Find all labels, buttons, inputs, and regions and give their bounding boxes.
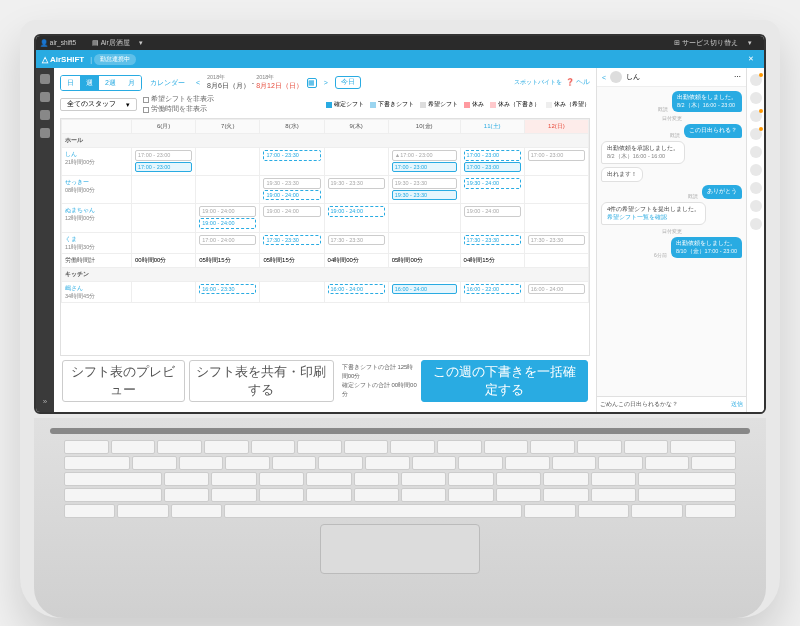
- share-button[interactable]: シフト表を共有・印刷する: [189, 360, 334, 402]
- contact-avatar[interactable]: [750, 200, 762, 212]
- msg-in: 出勤依頼を承認しました。8/2（木）16:00 - 16:00: [601, 141, 685, 164]
- contact-avatar[interactable]: [750, 128, 762, 140]
- nav-icon-3[interactable]: [40, 110, 50, 120]
- calendar-icon[interactable]: ▦: [307, 78, 317, 88]
- hide-request-check[interactable]: 希望シフトを非表示: [143, 95, 214, 104]
- left-nav: »: [36, 68, 54, 412]
- main-panel: 日 週 2週 月 カレンダー < 2018年8月6日（月） - 2018年8月1…: [54, 68, 596, 412]
- help-link[interactable]: ❓ ヘル: [566, 78, 590, 87]
- contact-avatar[interactable]: [750, 74, 762, 86]
- user-menu[interactable]: 👤 air_shift5: [40, 39, 84, 47]
- chat-panel: < しん ⋯ 既読出勤依頼をしました。8/2（木）16:00 - 23:00 日…: [596, 68, 746, 412]
- contact-avatar[interactable]: [750, 110, 762, 122]
- contact-avatar[interactable]: [750, 146, 762, 158]
- header-row: 6(月)7(火)8(水) 9(木)10(金) 11(土)12(日): [62, 120, 589, 134]
- worktime-row: 労働時間計 00時間00分05時間15分05時間15分04時間00分05時間00…: [62, 253, 589, 267]
- next-week[interactable]: >: [321, 79, 331, 86]
- staff-row-shin: しん21時間00分 17:00 - 23:0017:00 - 23:00 17:…: [62, 148, 589, 176]
- chat-back[interactable]: <: [602, 74, 606, 81]
- group-hall: ホール: [62, 134, 589, 148]
- chat-header: < しん ⋯: [597, 68, 746, 87]
- view-segmented: 日 週 2週 月: [60, 75, 142, 91]
- staff-select[interactable]: 全てのスタッフ▾: [60, 98, 137, 111]
- chat-more-icon[interactable]: ⋯: [734, 73, 741, 81]
- msg-out: この日出られる？: [684, 124, 742, 138]
- msg-in: 4件の希望シフトを提出しました。希望シフト一覧を確認: [601, 202, 706, 225]
- view-2week[interactable]: 2週: [99, 76, 122, 90]
- shift-grid: 6(月)7(火)8(水) 9(木)10(金) 11(土)12(日) ホール しん…: [60, 118, 590, 356]
- nav-icon-2[interactable]: [40, 92, 50, 102]
- today-button[interactable]: 今日: [335, 76, 361, 89]
- expand-nav-icon[interactable]: »: [43, 397, 47, 406]
- calendar-link[interactable]: カレンダー: [146, 76, 189, 90]
- footer-bar: シフト表のプレビュー シフト表を共有・印刷する 下書きシフトの合計 125時間0…: [60, 356, 590, 406]
- contact-avatar[interactable]: [750, 182, 762, 194]
- contact-avatar[interactable]: [750, 218, 762, 230]
- preview-button[interactable]: シフト表のプレビュー: [62, 360, 185, 402]
- nav-icon-4[interactable]: [40, 128, 50, 138]
- contact-avatar[interactable]: [750, 92, 762, 104]
- chat-messages[interactable]: 既読出勤依頼をしました。8/2（木）16:00 - 23:00 日付変更 既読こ…: [597, 87, 746, 396]
- app-logo: △ AirSHIFT: [42, 55, 84, 64]
- date-range[interactable]: 2018年8月6日（月） - 2018年8月12日（日）: [207, 74, 303, 91]
- staff-row-shima: 嶋さん34時間45分 16:00 - 23:30 16:00 - 24:00 1…: [62, 281, 589, 302]
- right-nav: [746, 68, 764, 412]
- msg-out: ありがとう: [702, 185, 742, 199]
- group-kitchen: キッチン: [62, 267, 589, 281]
- laptop-keyboard: [34, 418, 766, 618]
- legend: 確定シフト 下書きシフト 希望シフト 休み 休み（下書き） 休み（希望）: [326, 100, 590, 109]
- confirm-all-button[interactable]: この週の下書きを一括確定する: [421, 360, 588, 402]
- send-button[interactable]: 送信: [731, 400, 743, 409]
- store-menu[interactable]: ▤ Air居酒屋 ▾: [92, 39, 143, 48]
- staff-row-numa: ぬまちゃん12時間00分 19:00 - 24:0019:00 - 24:00 …: [62, 204, 589, 232]
- view-month[interactable]: 月: [122, 76, 141, 90]
- chat-input-bar: ごめんこの日出られるかな？ 送信: [597, 396, 746, 412]
- spot-link[interactable]: スポットバイトを: [514, 78, 562, 87]
- msg-out: 出勤依頼をしました。8/2（木）16:00 - 23:00: [672, 91, 742, 112]
- laptop-frame: 👤 air_shift5 ▤ Air居酒屋 ▾ ⊞ サービス切り替え ▾ △ A…: [20, 20, 780, 618]
- app-topbar: △ AirSHIFT | 勤怠連携中 ✕: [36, 50, 764, 68]
- hide-hours-check[interactable]: 労働時間を非表示: [143, 105, 214, 114]
- view-week[interactable]: 週: [80, 76, 99, 90]
- staff-row-kuma: くま11時間30分 17:00 - 24:00 17:30 - 23:30 17…: [62, 232, 589, 253]
- browser-titlebar: 👤 air_shift5 ▤ Air居酒屋 ▾ ⊞ サービス切り替え ▾: [36, 36, 764, 50]
- avatar: [610, 71, 622, 83]
- close-icon[interactable]: ✕: [744, 55, 758, 63]
- chat-input[interactable]: ごめんこの日出られるかな？: [600, 400, 731, 409]
- service-switch[interactable]: ⊞ サービス切り替え ▾: [674, 39, 752, 48]
- view-day[interactable]: 日: [61, 76, 80, 90]
- screen: 👤 air_shift5 ▤ Air居酒屋 ▾ ⊞ サービス切り替え ▾ △ A…: [34, 34, 766, 414]
- status-pill: 勤怠連携中: [94, 54, 136, 65]
- nav-icon-1[interactable]: [40, 74, 50, 84]
- msg-out: 出勤依頼をしました。8/10（金）17:00 - 23:00: [671, 237, 742, 258]
- contact-avatar[interactable]: [750, 164, 762, 176]
- staff-row-sekki: せっきー08時間00分 19:30 - 23:3019:00 - 24:00 1…: [62, 176, 589, 204]
- msg-in: 出れます！: [601, 167, 643, 183]
- prev-week[interactable]: <: [193, 79, 203, 86]
